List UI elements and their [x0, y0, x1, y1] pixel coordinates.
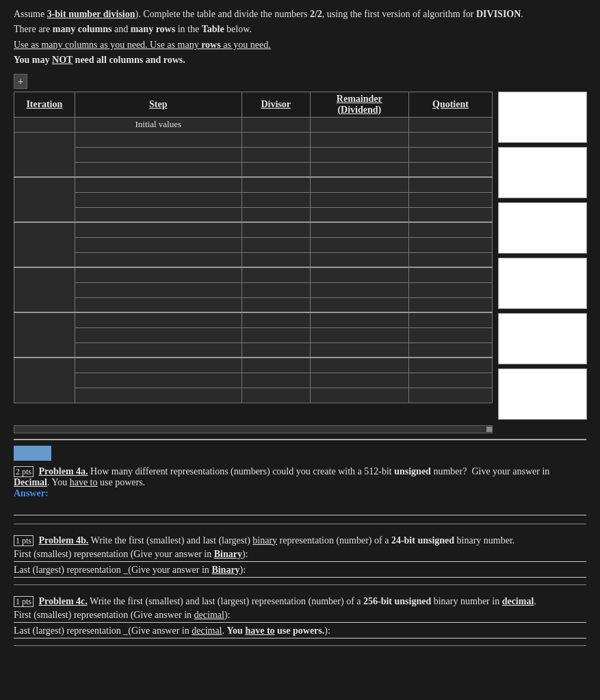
- cell-divisor[interactable]: [242, 192, 310, 207]
- side-panel-6[interactable]: [498, 368, 587, 420]
- divider: [14, 439, 586, 440]
- side-panel-3[interactable]: [498, 202, 587, 254]
- cell-divisor[interactable]: [242, 252, 310, 267]
- cell-divisor[interactable]: [242, 222, 310, 237]
- cell-remainder[interactable]: [310, 312, 408, 327]
- cell-quotient[interactable]: [408, 373, 492, 388]
- cell[interactable]: [14, 117, 75, 132]
- cell-quotient[interactable]: [408, 222, 492, 237]
- cell-divisor[interactable]: [242, 147, 310, 162]
- answer-4b-last[interactable]: Last (largest) representation _(Give you…: [14, 565, 586, 578]
- cell-remainder[interactable]: [310, 147, 408, 162]
- cell-quotient[interactable]: [408, 267, 492, 282]
- answer-4b-first[interactable]: First (smallest) representation (Give yo…: [14, 549, 586, 562]
- cell-quotient[interactable]: [408, 147, 492, 162]
- cell-quotient[interactable]: [408, 282, 492, 297]
- cell-divisor[interactable]: [242, 312, 310, 327]
- side-panel-1[interactable]: [498, 92, 587, 143]
- cell-step[interactable]: [75, 342, 242, 358]
- cell-quotient[interactable]: [408, 177, 492, 192]
- cell-step[interactable]: [75, 192, 242, 207]
- cell-quotient[interactable]: [408, 297, 492, 312]
- cell-divisor[interactable]: [242, 282, 310, 297]
- cell-step[interactable]: [75, 282, 242, 297]
- scrollbar-thumb[interactable]: [486, 427, 492, 432]
- cell-divisor[interactable]: [242, 373, 310, 388]
- cell-step[interactable]: [75, 267, 242, 282]
- cell-quotient[interactable]: [408, 388, 492, 403]
- cell-remainder[interactable]: [310, 267, 408, 282]
- cell-step[interactable]: [75, 252, 242, 267]
- cell-iteration[interactable]: [14, 132, 75, 177]
- cell-quotient[interactable]: [408, 132, 492, 147]
- cell-step[interactable]: [75, 207, 242, 222]
- cell-remainder[interactable]: [310, 207, 408, 222]
- side-panel-2[interactable]: [498, 147, 587, 198]
- table-row: [14, 162, 493, 177]
- answer-4c-first[interactable]: First (smallest) representation (Give an…: [14, 610, 586, 623]
- cell-divisor[interactable]: [242, 342, 310, 358]
- cell-divisor[interactable]: [242, 207, 310, 222]
- cell-quotient[interactable]: [408, 207, 492, 222]
- cell-iteration[interactable]: [14, 358, 75, 403]
- cell-remainder[interactable]: [310, 282, 408, 297]
- cell-remainder[interactable]: [310, 192, 408, 207]
- cell-remainder[interactable]: [310, 162, 408, 177]
- cell-remainder[interactable]: [310, 373, 408, 388]
- cell-divisor[interactable]: [242, 388, 310, 403]
- horizontal-scrollbar[interactable]: [14, 425, 493, 433]
- answer-4c-last[interactable]: Last (largest) representation _(Give ans…: [14, 625, 586, 638]
- cell-quotient[interactable]: [408, 327, 492, 342]
- cell-divisor[interactable]: [242, 177, 310, 192]
- cell-quotient[interactable]: [408, 342, 492, 358]
- cell-iteration[interactable]: [14, 267, 75, 312]
- cell-step[interactable]: [75, 373, 242, 388]
- cell-step[interactable]: [75, 358, 242, 373]
- cell-step[interactable]: [75, 327, 242, 342]
- cell-quotient[interactable]: [408, 358, 492, 373]
- cell-step[interactable]: [75, 162, 242, 177]
- cell-divisor[interactable]: [242, 237, 310, 252]
- cell-remainder[interactable]: [310, 132, 408, 147]
- cell-remainder[interactable]: [310, 297, 408, 312]
- cell[interactable]: [408, 117, 492, 132]
- cell-initial-values[interactable]: Initial values: [75, 117, 242, 132]
- cell-divisor[interactable]: [242, 162, 310, 177]
- cell-remainder[interactable]: [310, 237, 408, 252]
- cell-divisor[interactable]: [242, 267, 310, 282]
- cell-divisor[interactable]: [242, 358, 310, 373]
- side-panel-4[interactable]: [498, 258, 587, 309]
- cell[interactable]: [242, 117, 310, 132]
- cell-remainder[interactable]: [310, 252, 408, 267]
- cell-remainder[interactable]: [310, 222, 408, 237]
- cell-step[interactable]: [75, 297, 242, 312]
- answer-4a-input[interactable]: [14, 502, 586, 515]
- cell-step[interactable]: [75, 132, 242, 147]
- cell-iteration[interactable]: [14, 177, 75, 222]
- cell[interactable]: [310, 117, 408, 132]
- cell-divisor[interactable]: [242, 297, 310, 312]
- cell-step[interactable]: [75, 388, 242, 403]
- cell-quotient[interactable]: [408, 192, 492, 207]
- cell-step[interactable]: [75, 312, 242, 327]
- side-panel-5[interactable]: [498, 313, 587, 364]
- cell-quotient[interactable]: [408, 312, 492, 327]
- cell-remainder[interactable]: [310, 388, 408, 403]
- cell-divisor[interactable]: [242, 132, 310, 147]
- cell-iteration[interactable]: [14, 312, 75, 358]
- cell-quotient[interactable]: [408, 162, 492, 177]
- cell-quotient[interactable]: [408, 237, 492, 252]
- cell-remainder[interactable]: [310, 358, 408, 373]
- cell-remainder[interactable]: [310, 177, 408, 192]
- cell-step[interactable]: [75, 147, 242, 162]
- cell-step[interactable]: [75, 222, 242, 237]
- cell-step[interactable]: [75, 177, 242, 192]
- cell-iteration[interactable]: [14, 222, 75, 267]
- add-row-button[interactable]: +: [14, 74, 27, 89]
- cell-step[interactable]: [75, 237, 242, 252]
- cell-divisor[interactable]: [242, 327, 310, 342]
- cell-remainder[interactable]: [310, 327, 408, 342]
- cell-quotient[interactable]: [408, 252, 492, 267]
- problem-4c: 1 pts Problem 4c. Write the first (small…: [14, 596, 586, 646]
- cell-remainder[interactable]: [310, 342, 408, 358]
